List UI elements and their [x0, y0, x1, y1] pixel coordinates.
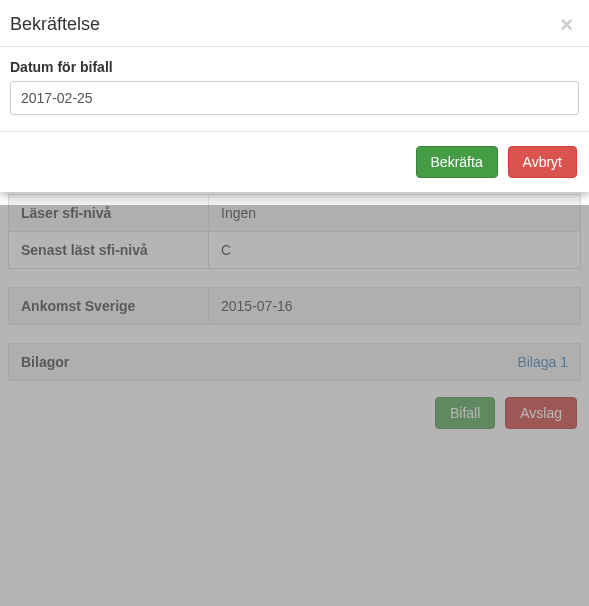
modal-title: Bekräftelse — [10, 14, 100, 35]
modal-footer: Bekräfta Avbryt — [0, 131, 589, 192]
modal-header: Bekräftelse × — [0, 0, 589, 47]
confirmation-modal: Bekräftelse × Datum för bifall Bekräfta … — [0, 0, 589, 192]
date-field-label: Datum för bifall — [10, 59, 579, 75]
cancel-button[interactable]: Avbryt — [508, 146, 577, 178]
modal-body: Datum för bifall — [0, 47, 589, 131]
modal-backdrop — [0, 205, 589, 606]
close-icon[interactable]: × — [560, 14, 573, 36]
confirm-button[interactable]: Bekräfta — [416, 146, 498, 178]
approval-date-input[interactable] — [10, 81, 579, 115]
